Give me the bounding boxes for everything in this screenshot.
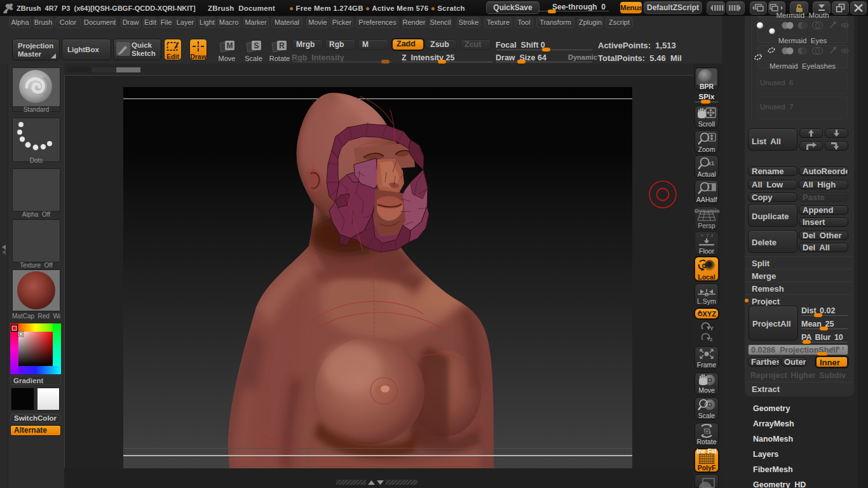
svg-text:M: M bbox=[227, 41, 233, 50]
svg-text:Y: Y bbox=[706, 233, 709, 238]
svg-text:ʦ: ʦ bbox=[837, 346, 840, 350]
svg-text:×: × bbox=[831, 346, 834, 350]
svg-text:x1: x1 bbox=[708, 160, 714, 166]
svg-text:R: R bbox=[279, 41, 285, 50]
svg-text:z: z bbox=[710, 336, 713, 341]
svg-text:z: z bbox=[711, 233, 713, 238]
svg-text:×: × bbox=[701, 233, 703, 238]
svg-text:z: z bbox=[842, 346, 844, 350]
svg-text:S: S bbox=[254, 41, 259, 50]
svg-text:Y: Y bbox=[710, 325, 714, 330]
